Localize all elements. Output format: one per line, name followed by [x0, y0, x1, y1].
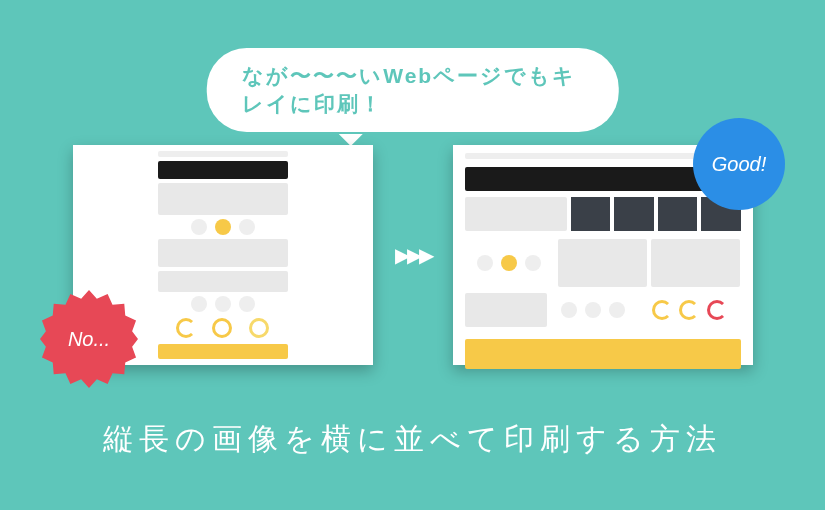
arrow-icon: ▶▶▶ [395, 243, 431, 267]
mock-narrow-layout [158, 145, 288, 365]
speech-bubble: なが〜〜〜いWebページでもキレイに印刷！ [206, 48, 619, 132]
badge-no: No... [40, 290, 138, 388]
main-title: 縦長の画像を横に並べて印刷する方法 [0, 419, 825, 460]
badge-good: Good! [693, 118, 785, 210]
